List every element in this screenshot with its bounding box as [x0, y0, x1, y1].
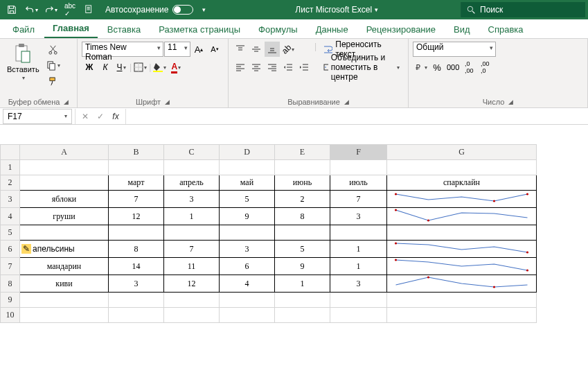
cell[interactable]: 3 — [109, 275, 164, 293]
undo-icon[interactable]: ▾ — [22, 1, 40, 18]
cell[interactable]: киви — [20, 275, 109, 293]
align-top-icon[interactable] — [233, 42, 248, 57]
sparkline-cell[interactable] — [387, 258, 537, 275]
paste-button[interactable]: Вставить ▾ — [4, 42, 42, 82]
sparkline-cell[interactable] — [387, 241, 537, 258]
cell[interactable]: 3 — [330, 208, 387, 225]
save-icon[interactable] — [3, 1, 21, 18]
cell[interactable]: 12 — [109, 208, 164, 225]
row-header[interactable]: 10 — [1, 308, 20, 323]
cell[interactable]: 1 — [330, 241, 387, 258]
row-header[interactable]: 7 — [1, 258, 20, 275]
cell[interactable]: 5 — [275, 241, 330, 258]
cell[interactable]: май — [220, 175, 275, 191]
col-header[interactable]: B — [109, 145, 164, 160]
font-size-select[interactable]: 11 — [164, 42, 190, 57]
cell[interactable]: 7 — [330, 191, 387, 208]
decrease-indent-icon[interactable] — [280, 60, 296, 75]
cell[interactable]: 3 — [330, 275, 387, 293]
cell[interactable]: 14 — [109, 258, 164, 275]
cell[interactable]: 7 — [109, 191, 164, 208]
qat-customize-icon[interactable]: ▾ — [195, 1, 213, 18]
italic-button[interactable]: К — [98, 60, 113, 75]
row-header[interactable]: 6 — [1, 241, 20, 258]
tab-review[interactable]: Рецензирование — [358, 20, 444, 38]
cell[interactable]: 3 — [164, 191, 220, 208]
tab-view[interactable]: Вид — [445, 20, 479, 38]
comma-icon[interactable]: 000 — [445, 60, 461, 75]
tab-formulas[interactable]: Формулы — [250, 20, 306, 38]
fill-color-icon[interactable]: ▾ — [152, 60, 168, 75]
cancel-formula-icon[interactable]: ✕ — [78, 110, 92, 123]
cell[interactable]: 1 — [330, 258, 387, 275]
cell[interactable]: 6 — [220, 258, 275, 275]
cell[interactable]: груши — [20, 208, 109, 225]
cell[interactable]: 9 — [275, 258, 330, 275]
copy-icon[interactable]: ▾ — [45, 58, 62, 73]
tab-data[interactable]: Данные — [308, 20, 357, 38]
row-header[interactable]: 2 — [1, 175, 20, 191]
bold-button[interactable]: Ж — [82, 60, 97, 75]
cut-icon[interactable] — [45, 42, 62, 57]
cell[interactable]: 5 — [220, 191, 275, 208]
sparkline-cell[interactable] — [387, 208, 537, 225]
redo-icon[interactable]: ▾ — [42, 1, 60, 18]
enter-formula-icon[interactable]: ✓ — [93, 110, 107, 123]
cell[interactable]: 1 — [164, 208, 220, 225]
tab-file[interactable]: Файл — [4, 20, 43, 38]
row-header[interactable]: 4 — [1, 208, 20, 225]
name-box[interactable]: F17▾ — [3, 109, 72, 124]
cell[interactable]: яблоки — [20, 191, 109, 208]
cell[interactable]: апрель — [164, 175, 220, 191]
align-middle-icon[interactable] — [249, 42, 264, 57]
merge-center-button[interactable]: Объединить и поместить в центре▾ — [319, 60, 404, 75]
cell[interactable]: 9 — [220, 208, 275, 225]
cell[interactable]: 4 — [220, 275, 275, 293]
increase-decimal-icon[interactable]: ,0,00 — [461, 60, 476, 75]
increase-font-icon[interactable]: A▴ — [191, 42, 206, 57]
clipboard-launcher-icon[interactable]: ◢ — [64, 98, 69, 105]
borders-icon[interactable]: ▾ — [132, 60, 148, 75]
spellcheck-icon[interactable]: abc✓ — [61, 1, 79, 18]
number-launcher-icon[interactable]: ◢ — [508, 98, 513, 105]
font-launcher-icon[interactable]: ◢ — [165, 98, 170, 105]
currency-icon[interactable]: ₽▾ — [413, 60, 429, 75]
row-header[interactable]: 3 — [1, 191, 20, 208]
align-left-icon[interactable] — [233, 60, 248, 75]
cell[interactable]: мандарин — [20, 258, 109, 275]
sparkline-cell[interactable] — [387, 191, 537, 208]
cell[interactable]: 3 — [220, 241, 275, 258]
select-all-corner[interactable] — [1, 145, 20, 160]
decrease-font-icon[interactable]: A▾ — [207, 42, 222, 57]
cell[interactable]: июль — [330, 175, 387, 191]
underline-button[interactable]: Ч▾ — [114, 60, 129, 75]
cell[interactable]: 8 — [109, 241, 164, 258]
autosave-toggle[interactable] — [172, 5, 193, 15]
col-header[interactable]: F — [330, 145, 387, 160]
font-name-select[interactable]: Times New Roman — [82, 42, 163, 57]
col-header[interactable]: C — [164, 145, 220, 160]
col-header[interactable]: D — [220, 145, 275, 160]
fx-icon[interactable]: fx — [109, 110, 123, 123]
tab-help[interactable]: Справка — [480, 20, 532, 38]
row-header[interactable]: 8 — [1, 275, 20, 293]
tab-insert[interactable]: Вставка — [99, 20, 149, 38]
sparkline-cell[interactable] — [387, 275, 537, 293]
cell[interactable]: 12 — [164, 275, 220, 293]
cell[interactable]: март — [109, 175, 164, 191]
font-color-icon[interactable]: A▾ — [168, 60, 184, 75]
tab-layout[interactable]: Разметка страницы — [150, 20, 249, 38]
row-header[interactable]: 9 — [1, 293, 20, 308]
formula-input[interactable] — [126, 109, 588, 124]
cell[interactable]: июнь — [275, 175, 330, 191]
align-right-icon[interactable] — [265, 60, 280, 75]
row-header[interactable]: 5 — [1, 225, 20, 241]
cell[interactable]: 7 — [164, 241, 220, 258]
cell[interactable]: ✎апельсины — [20, 241, 109, 258]
cell[interactable] — [20, 175, 109, 191]
format-painter-icon[interactable] — [45, 73, 62, 89]
decrease-decimal-icon[interactable]: ,00,0 — [477, 60, 492, 75]
touch-mode-icon[interactable] — [80, 1, 98, 18]
cell[interactable]: 11 — [164, 258, 220, 275]
cell[interactable]: 2 — [275, 191, 330, 208]
